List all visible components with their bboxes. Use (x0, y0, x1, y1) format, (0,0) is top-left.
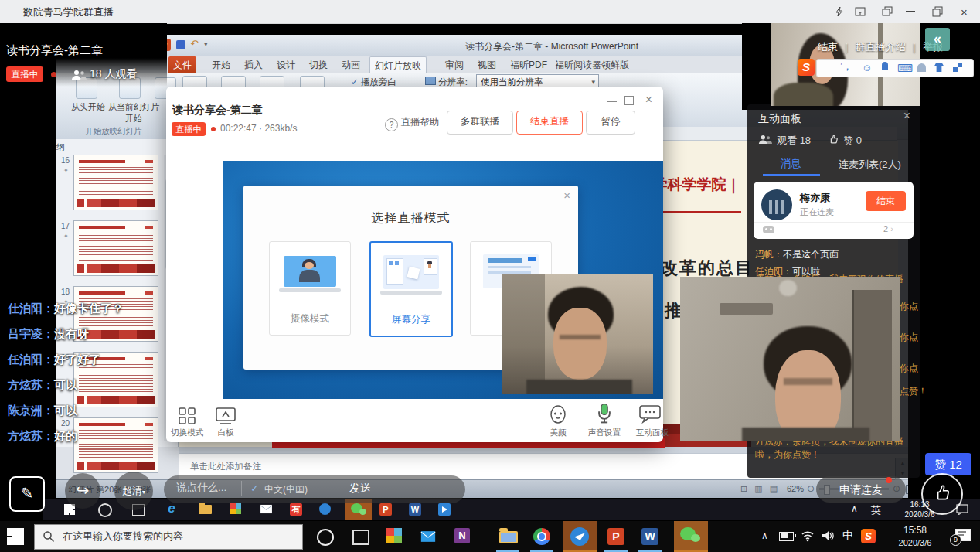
ime-mode-indicator[interactable]: 中 (842, 529, 853, 543)
stream-minimize-icon[interactable] (607, 101, 617, 102)
mail-icon[interactable] (260, 504, 273, 514)
quickaccess-caret-icon[interactable]: ▾ (204, 40, 208, 48)
chrome-icon[interactable] (533, 528, 550, 545)
sogou-logo-icon[interactable]: S (798, 59, 815, 76)
search-input[interactable] (61, 530, 288, 543)
tab-review[interactable]: 审阅 (441, 56, 468, 73)
ime-emoji-icon[interactable]: ☺ (862, 62, 872, 73)
tab-foxit-reader[interactable]: 福昕阅读器领鲜版 (550, 56, 634, 73)
ime-skin-icon[interactable] (917, 63, 926, 72)
ime-keyboard-icon[interactable]: ⌨ (897, 62, 913, 74)
group-live-intro-link[interactable]: 群直播介绍 (856, 41, 906, 53)
minimize-icon[interactable] (906, 11, 915, 12)
tab-home[interactable]: 开始 (207, 56, 235, 73)
interaction-panel-label[interactable]: 互动面板 (631, 428, 673, 438)
tab-messages[interactable]: 消息 (769, 157, 812, 171)
dialog-close-icon[interactable]: × (563, 189, 570, 202)
tab-file[interactable]: 文件 (168, 56, 196, 73)
speaker-icon[interactable] (821, 530, 835, 542)
tray-chevron-icon[interactable]: ∧ (851, 503, 858, 514)
wifi-icon[interactable] (801, 530, 815, 542)
sound-settings-icon[interactable] (596, 403, 613, 424)
stream-close-icon[interactable]: × (645, 93, 652, 107)
end-mic-button[interactable]: 结束 (866, 191, 906, 211)
notes-button[interactable]: ✎ (9, 476, 45, 512)
tab-slideshow[interactable]: 幻灯片放映 (369, 56, 427, 74)
zoom-level[interactable]: 62% (787, 484, 804, 493)
mail-icon[interactable] (420, 530, 437, 543)
word-taskbar-icon[interactable]: W (409, 503, 421, 516)
action-center-icon[interactable]: 9 (955, 529, 971, 541)
controller-icon[interactable] (763, 226, 774, 233)
bird-app-active[interactable] (563, 521, 597, 552)
store-icon[interactable] (230, 503, 241, 514)
beauty-icon[interactable] (548, 404, 568, 424)
end-live-button[interactable]: 结束直播 (516, 111, 583, 135)
tab-insert[interactable]: 插入 (240, 56, 267, 73)
powerpoint-taskbar-icon[interactable]: P (379, 503, 392, 516)
ime-punct-icon[interactable]: ’， (840, 60, 852, 73)
stream-maximize-icon[interactable] (624, 96, 634, 105)
video-app-icon[interactable] (438, 503, 451, 516)
start-button[interactable] (7, 528, 24, 545)
app-ball-icon[interactable] (319, 503, 331, 515)
slide-thumbnail-16[interactable] (73, 155, 158, 210)
edge-icon[interactable]: e (165, 501, 179, 516)
pause-button[interactable]: 暂停 (586, 111, 635, 135)
view-mode-icons[interactable]: ⊞ ▥ ▤ (740, 484, 780, 494)
apply-mic-button[interactable]: 申请连麦 (816, 476, 906, 503)
cascade-windows-icon[interactable] (882, 6, 893, 17)
sogou-tray-icon[interactable]: S (861, 529, 876, 543)
ime-shirt-icon[interactable] (934, 63, 944, 72)
beauty-label[interactable]: 美颜 (541, 428, 575, 438)
tab-foxit-pdf[interactable]: 福昕PDF (505, 56, 552, 73)
panel-close-icon[interactable]: × (903, 109, 910, 123)
live-help-link[interactable]: ? 直播帮助 (385, 116, 439, 131)
onenote-icon[interactable]: N (454, 528, 470, 543)
store-icon[interactable] (386, 528, 402, 543)
file-explorer-icon[interactable] (499, 531, 518, 543)
whiteboard-icon[interactable] (216, 407, 236, 424)
tray-chevron-icon[interactable]: ∧ (761, 530, 768, 541)
pin-window-icon[interactable] (855, 6, 866, 17)
close-icon[interactable]: × (958, 6, 970, 18)
whiteboard-label[interactable]: 白板 (213, 428, 239, 438)
wechat-active[interactable] (674, 521, 708, 552)
bolt-icon[interactable] (834, 6, 845, 17)
send-button[interactable]: 发送 (349, 482, 371, 496)
from-current-label[interactable]: 从当前幻灯片开始 (100, 101, 167, 124)
slide-thumbnail-20[interactable] (73, 417, 158, 473)
restore-icon[interactable] (932, 6, 943, 17)
battery-icon[interactable] (779, 532, 794, 541)
tab-transitions[interactable]: 切换 (305, 56, 332, 73)
chat-input[interactable] (175, 481, 240, 494)
file-explorer-icon[interactable] (199, 505, 212, 514)
like-button[interactable] (921, 473, 963, 515)
tab-animations[interactable]: 动画 (337, 56, 365, 73)
quality-button[interactable]: 超清▾ (114, 472, 153, 510)
tab-design[interactable]: 设计 (272, 56, 300, 73)
cortana-icon[interactable] (317, 529, 334, 546)
ime-grid-icon[interactable] (953, 63, 962, 72)
inner-ime-indicator[interactable]: 英 (871, 503, 881, 517)
undo-icon[interactable]: ↶ (190, 38, 199, 49)
switch-mode-icon[interactable] (178, 407, 196, 425)
mode-camera-card[interactable]: 摄像模式 (269, 241, 351, 336)
tab-view[interactable]: 视图 (473, 56, 501, 73)
word-taskbar-icon[interactable]: W (641, 528, 658, 545)
end-link[interactable]: 结束 (818, 41, 838, 53)
zoom-out-icon[interactable]: ⊖ (807, 483, 815, 494)
powerpoint-taskbar-icon[interactable]: P (607, 528, 624, 545)
share-button[interactable]: ↪ (65, 473, 100, 509)
youdao-icon[interactable]: 有 (290, 503, 302, 516)
slide-thumbnail-17[interactable] (73, 220, 158, 276)
multi-group-button[interactable]: 多群联播 (447, 111, 513, 135)
mode-screenshare-card[interactable]: 屏幕分享 (369, 241, 453, 337)
ime-language[interactable]: 中文(中国) (264, 483, 308, 496)
interaction-panel-icon[interactable] (639, 405, 661, 424)
sound-settings-label[interactable]: 声音设置 (584, 428, 625, 438)
ime-mic-icon[interactable] (882, 62, 888, 70)
tab-mic-list[interactable]: 连麦列表(2人) (839, 158, 901, 172)
switch-mode-label[interactable]: 切换模式 (170, 428, 204, 438)
cortana-icon[interactable] (98, 503, 112, 517)
